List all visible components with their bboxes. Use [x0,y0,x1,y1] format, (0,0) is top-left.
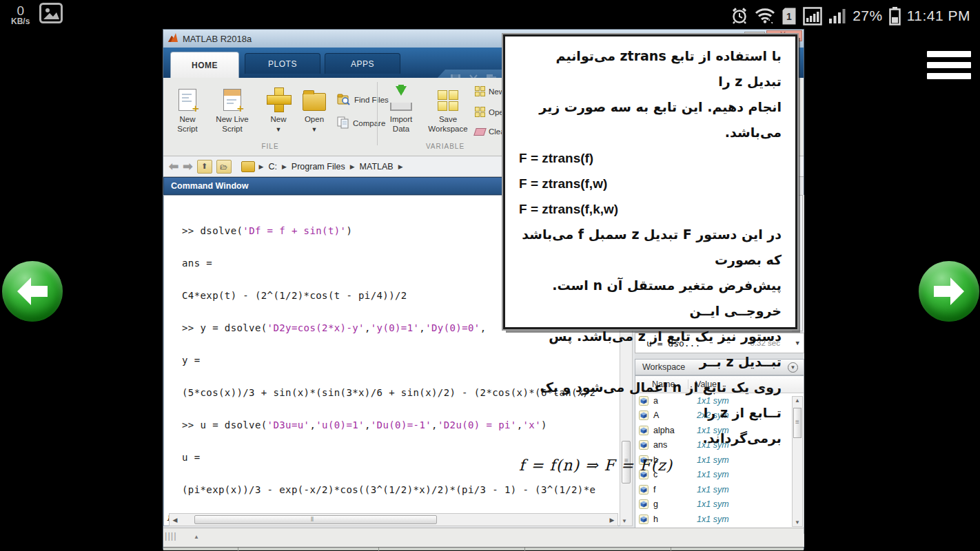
import-data-button[interactable]: Import Data [384,83,418,134]
overlay-persian-line: برمی‌گرداند. [519,426,782,451]
overlay-formula: f = f(n) ⇒ F = F(z) [519,451,782,480]
hscroll-thumb[interactable] [194,515,437,524]
variable-value: 1x1 sym [697,499,729,509]
variable-value: 1x1 sym [697,485,729,495]
new-script-icon: + [178,89,196,111]
previous-page-button[interactable] [2,261,63,322]
overlay-persian-line: با استفاده از تابع ztrans می‌توانیم تبدی… [519,43,782,94]
new-dropdown-arrow[interactable]: ▼ [263,126,294,133]
clear-workspace-button[interactable]: Clea [475,127,505,136]
import-data-icon [390,86,412,111]
overlay-code-line: F = ztrans(f,k,w) [519,196,782,222]
android-status-bar: 0 KB/s 1 27% [0,0,980,32]
new-variable-icon [475,86,485,96]
tab-plots[interactable]: PLOTS [245,53,320,74]
screenshot-gallery-icon[interactable] [39,3,63,26]
save-workspace-button[interactable]: Save Workspace [424,83,472,134]
variable-name: g [653,499,688,509]
overlay-persian-line: دستور نیز یک تابع از z می‌باشد. پس تبــد… [519,324,782,375]
variable-name: f [653,485,688,495]
forward-arrow-icon[interactable]: ➡ [183,160,192,172]
save-workspace-icon [438,90,458,111]
clear-workspace-icon [473,128,487,136]
next-page-button[interactable] [919,261,979,322]
breadcrumb-item[interactable]: C: [268,162,277,171]
workspace-collapse-icon[interactable]: ▼ [788,362,798,373]
compare-button[interactable]: Compare [337,116,385,130]
overlay-persian-line: در این دستور F تبدیل z سمبل f می‌باشد که… [519,222,782,273]
variable-value: 1x1 sym [697,514,729,524]
overlay-persian-line: انجام دهیم. این تابع به سه صورت زیر می‌ب… [519,94,782,145]
sim-card-icon: 1 [782,7,797,25]
breadcrumb-item[interactable]: Program Files [292,162,345,171]
status-grip-arrow[interactable]: ▲ [194,534,199,540]
variable-section-label: VARIABLE [382,143,508,150]
breadcrumb-separator-icon: ▶ [350,163,355,170]
find-files-icon [337,93,351,107]
browse-folder-icon[interactable]: 🗁 [216,160,232,174]
command-line: (pi*exp(x))/3 - exp(-x/2)*cos((3^(1/2)*x… [182,482,632,499]
history-dropdown-arrow[interactable]: ▼ [796,340,799,346]
breadcrumb-separator-icon: ▶ [398,163,403,170]
overlay-code-line: F = ztrans(f,w) [519,171,782,196]
ws-scroll-up-arrow[interactable]: ▲ [795,397,800,404]
screen: 0 KB/s 1 27% [0,0,980,551]
breadcrumb-item[interactable]: MATLAB [360,162,394,171]
overlay-code-line: F = ztrans(f) [519,145,782,171]
matlab-logo-icon [167,32,178,45]
open-button[interactable]: Open ▼ [298,83,330,133]
up-one-level-icon[interactable]: ⬆ [197,160,212,174]
wifi-icon [755,7,775,25]
ws-scroll-thumb[interactable] [793,408,802,438]
new-variable-button[interactable]: New [475,86,504,96]
mobile-data-signal-icon [803,7,822,25]
overlay-persian-line: روی یک تابع از n اعمال می‌شود و یک تــاب… [519,375,782,426]
right-arrow-icon [931,276,967,306]
tab-home[interactable]: HOME [170,52,239,78]
command-horizontal-scrollbar[interactable]: ◀ ▶ [169,513,618,526]
workspace-row[interactable]: h1x1 sym [635,512,804,527]
hscroll-right-arrow[interactable]: ▶ [606,517,617,523]
new-script-button[interactable]: + New Script [169,83,206,134]
workspace-row[interactable]: g1x1 sym [635,497,804,512]
variable-name: h [653,514,688,524]
file-section-label: FILE [163,143,377,150]
ws-scroll-down-arrow[interactable]: ▼ [795,519,800,526]
open-dropdown-arrow[interactable]: ▼ [298,126,330,133]
back-arrow-icon[interactable]: ⬅ [169,160,178,172]
new-live-script-icon: + [223,89,241,111]
network-speed: 0 KB/s [11,4,30,25]
tab-apps[interactable]: APPS [325,53,400,74]
compare-icon [337,116,349,130]
workspace-row[interactable]: f1x1 sym [635,482,804,497]
breadcrumb-separator-icon: ▶ [259,163,264,170]
hscroll-left-arrow[interactable]: ◀ [170,517,181,523]
battery-icon [889,6,901,25]
matlab-status-bar: |||| ▲ [163,528,804,547]
new-live-script-button[interactable]: + New Live Script [206,83,258,134]
breadcrumb[interactable]: ▶C:▶Program Files▶MATLAB▶ [259,162,403,171]
left-arrow-icon [14,276,50,306]
open-variable-icon [475,107,485,117]
open-folder-icon [303,93,326,111]
sym-variable-icon [639,485,649,495]
status-grip-icon[interactable]: |||| [165,530,177,541]
new-button[interactable]: New ▼ [263,83,294,133]
tutorial-overlay-card: با استفاده از تابع ztrans می‌توانیم تبدی… [503,34,797,329]
menu-button[interactable] [927,51,971,84]
alarm-icon [731,7,748,25]
breadcrumb-separator-icon: ▶ [282,163,287,170]
workspace-scrollbar[interactable]: ▲ ▼ [792,396,803,527]
find-files-button[interactable]: Find Files [337,93,389,107]
sym-variable-icon [639,499,649,509]
signal-bars-icon [828,7,846,25]
new-plus-icon [267,87,290,111]
battery-percent: 27% [853,8,883,24]
vscroll-down-arrow[interactable]: ▼ [622,518,627,524]
clock-time: 11:41 PM [907,8,970,24]
taskbar-sliver [163,547,804,550]
overlay-persian-line: پیش‌فرض متغیر مستقل آن n است. خروجــی ای… [519,273,782,324]
sym-variable-icon [639,514,649,524]
svg-text:1: 1 [786,11,792,22]
window-title: MATLAB R2018a [183,34,252,44]
